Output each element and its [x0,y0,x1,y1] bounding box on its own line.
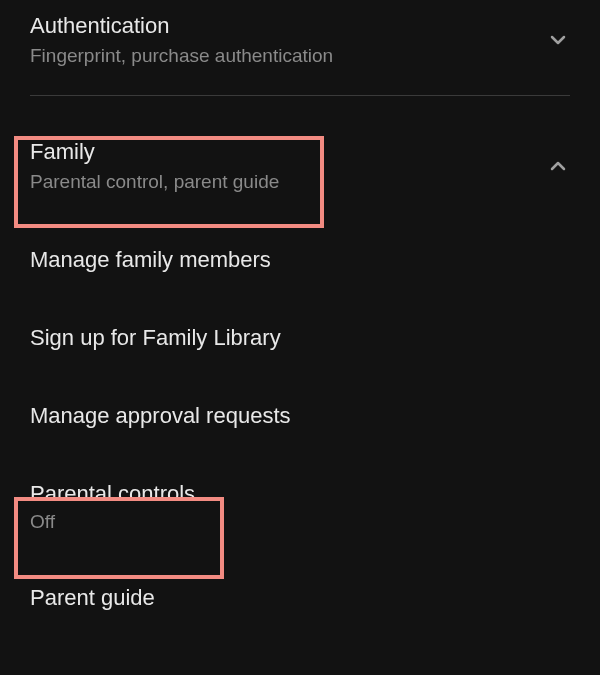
family-item-parent-guide[interactable]: Parent guide [0,559,600,637]
section-authentication-subtitle: Fingerprint, purchase authentication [30,45,333,67]
chevron-down-icon [546,28,570,52]
section-authentication-title: Authentication [30,13,333,39]
family-sub-items: Manage family members Sign up for Family… [0,211,600,637]
section-authentication[interactable]: Authentication Fingerprint, purchase aut… [0,0,600,85]
family-item-label: Manage family members [30,247,570,273]
section-family-subtitle: Parental control, parent guide [30,171,279,193]
divider [30,95,570,96]
section-family-content: Family Parental control, parent guide [30,139,279,193]
section-family[interactable]: Family Parental control, parent guide [0,121,600,211]
section-family-title: Family [30,139,279,165]
family-item-manage-members[interactable]: Manage family members [0,221,600,299]
chevron-up-icon [546,154,570,178]
family-item-label: Manage approval requests [30,403,570,429]
family-item-label: Sign up for Family Library [30,325,570,351]
family-item-signup-library[interactable]: Sign up for Family Library [0,299,600,377]
family-item-label: Parent guide [30,585,570,611]
settings-list: Authentication Fingerprint, purchase aut… [0,0,600,637]
family-item-parental-controls[interactable]: Parental controls Off [0,455,600,559]
section-authentication-content: Authentication Fingerprint, purchase aut… [30,13,333,67]
family-item-label: Parental controls [30,481,570,507]
family-item-approval-requests[interactable]: Manage approval requests [0,377,600,455]
family-item-status: Off [30,511,570,533]
